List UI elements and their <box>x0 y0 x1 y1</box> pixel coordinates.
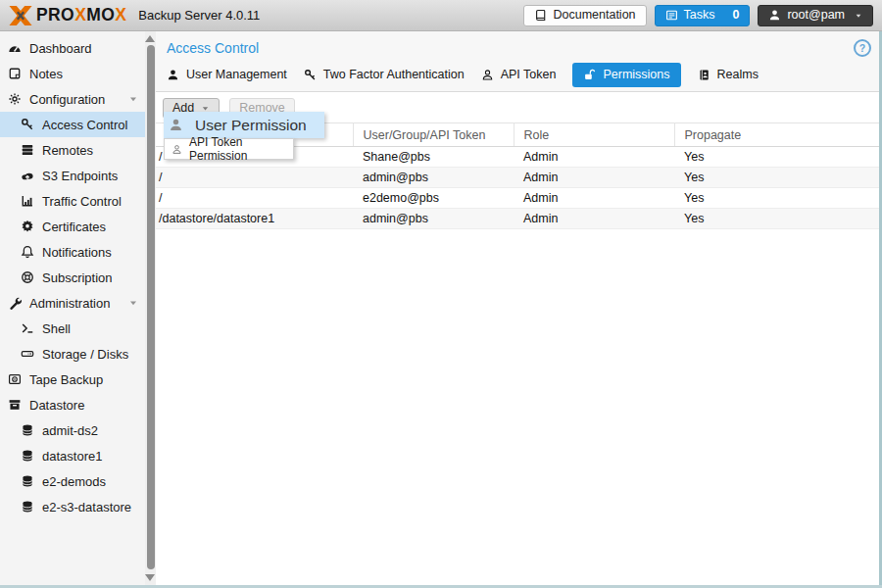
wordmark-segment: MO <box>86 7 115 24</box>
sidebar-item-configuration[interactable]: Configuration <box>0 86 145 112</box>
user-menu-button[interactable]: root@pam <box>758 5 873 26</box>
sidebar-item-admit-ds2[interactable]: admit-ds2 <box>0 417 145 443</box>
proxmox-logo-icon <box>9 6 32 25</box>
db-icon <box>21 474 34 488</box>
sidebar-item-s3-endpoints[interactable]: S3 Endpoints <box>0 163 145 188</box>
sidebar-item-storage-disks[interactable]: Storage / Disks <box>0 341 145 367</box>
sidebar-item-access-control[interactable]: Access Control <box>0 112 145 137</box>
tab-label: Two Factor Authentication <box>323 68 465 81</box>
bell-icon <box>21 245 34 259</box>
table-column-header-role[interactable]: Role <box>514 123 674 147</box>
sidebar-item-label: Administration <box>29 296 110 311</box>
sidebar-item-label: Certificates <box>42 220 106 234</box>
tab-label: API Token <box>501 68 557 81</box>
table-cell: Yes <box>674 188 879 209</box>
table-cell: / <box>156 168 353 188</box>
sidebar-item-datastore1[interactable]: datastore1 <box>0 443 145 468</box>
tab-user-management[interactable]: User Management <box>167 63 287 87</box>
user-out-icon <box>481 69 494 81</box>
box-icon <box>8 398 22 412</box>
sidebar-item-label: datastore1 <box>42 449 102 464</box>
tab-two-factor-authentication[interactable]: Two Factor Authentication <box>304 63 465 87</box>
scroll-down-icon[interactable] <box>145 574 155 581</box>
sidebar-item-notes[interactable]: Notes <box>0 61 145 86</box>
sidebar-item-e2-s3-datastore[interactable]: e2-s3-datastore <box>0 494 145 519</box>
sidebar-item-label: Tape Backup <box>29 372 103 387</box>
panel-header: Access Control ? User ManagementTwo Fact… <box>156 31 879 92</box>
table-cell: Admin <box>514 168 674 188</box>
ring-icon <box>21 270 34 284</box>
table-cell: e2demo@pbs <box>353 188 514 209</box>
table-column-header-propagate[interactable]: Propagate <box>674 123 879 147</box>
db-icon <box>21 449 34 463</box>
scroll-up-icon[interactable] <box>145 35 155 42</box>
sidebar-item-datastore[interactable]: Datastore <box>0 392 145 417</box>
product-version: Backup Server 4.0.11 <box>138 8 260 23</box>
user-menu-label: root@pam <box>787 9 845 22</box>
wordmark-segment: X <box>74 7 86 24</box>
cloud-icon <box>21 169 34 182</box>
tab-label: Realms <box>717 68 759 81</box>
lock-open-icon <box>583 69 596 81</box>
sidebar-item-label: Shell <box>42 321 71 336</box>
sidebar-item-remotes[interactable]: Remotes <box>0 137 145 163</box>
tasks-button[interactable]: Tasks 0 <box>655 5 751 26</box>
sidebar-item-label: e2-demods <box>42 474 106 489</box>
scrollbar-thumb[interactable] <box>147 45 155 569</box>
sidebar-scrollbar[interactable] <box>145 31 156 585</box>
table-cell: Admin <box>514 188 674 209</box>
sidebar-item-tape-backup[interactable]: Tape Backup <box>0 367 145 392</box>
app-window: PRO X MO X Backup Server 4.0.11 Document… <box>0 0 882 588</box>
key-icon <box>304 69 317 81</box>
sidebar-item-label: e2-s3-datastore <box>42 500 131 514</box>
tab-api-token[interactable]: API Token <box>481 63 557 87</box>
sidebar-item-administration[interactable]: Administration <box>0 290 145 316</box>
tasks-count-badge: 0 <box>733 9 740 22</box>
main-panel: Access Control ? User ManagementTwo Fact… <box>156 31 879 585</box>
add-dropdown-menu: User PermissionAPI Token Permission <box>164 112 324 160</box>
sidebar-item-traffic-control[interactable]: Traffic Control <box>0 188 145 214</box>
wordmark-segment: X <box>115 7 126 24</box>
sidebar-item-dashboard[interactable]: Dashboard <box>0 35 145 61</box>
tasks-label: Tasks <box>684 9 715 22</box>
table-cell: Yes <box>674 168 879 188</box>
tab-permissions[interactable]: Permissions <box>572 63 680 87</box>
sidebar-item-notifications[interactable]: Notifications <box>0 239 145 265</box>
sidebar-item-e2-demods[interactable]: e2-demods <box>0 468 145 494</box>
tab-bar: User ManagementTwo Factor Authentication… <box>167 62 759 87</box>
sidebar-item-label: S3 Endpoints <box>42 169 118 183</box>
gauge-icon <box>8 41 22 55</box>
menu-item-api-token-permission[interactable]: API Token Permission <box>164 138 294 160</box>
sidebar-item-label: Storage / Disks <box>42 347 128 362</box>
tape-icon <box>8 372 22 386</box>
table-cell: Shane@pbs <box>353 147 514 168</box>
sidebar-item-certificates[interactable]: Certificates <box>0 214 145 239</box>
table-row[interactable]: /e2demo@pbsAdminYes <box>156 188 879 209</box>
addrbook-icon <box>698 69 710 81</box>
wrench-icon <box>8 296 22 310</box>
wordmark-segment: PRO <box>36 7 74 24</box>
sidebar-item-label: Traffic Control <box>42 194 122 209</box>
proxmox-wordmark: PRO X MO X <box>36 7 126 24</box>
chevron-down-icon <box>855 12 862 20</box>
table-cell: Admin <box>514 147 674 168</box>
top-bar: PRO X MO X Backup Server 4.0.11 Document… <box>0 0 882 31</box>
sidebar: DashboardNotesConfigurationAccess Contro… <box>0 31 145 585</box>
user-fill-icon <box>167 69 179 81</box>
sidebar-item-subscription[interactable]: Subscription <box>0 265 145 290</box>
table-cell: Yes <box>674 147 879 168</box>
table-column-header-user-group-api-token[interactable]: User/Group/API Token <box>353 123 514 147</box>
sidebar-item-label: Access Control <box>42 118 127 132</box>
help-icon[interactable]: ? <box>854 39 871 57</box>
user-out-icon <box>172 144 182 155</box>
documentation-button[interactable]: Documentation <box>523 5 646 26</box>
server-icon <box>21 143 34 157</box>
table-row[interactable]: /datastore/datastore1admin@pbsAdminYes <box>156 209 879 229</box>
tab-realms[interactable]: Realms <box>698 63 759 87</box>
menu-item-user-permission[interactable]: User Permission <box>164 112 324 138</box>
table-cell: admin@pbs <box>353 168 514 188</box>
table-cell: / <box>156 188 353 209</box>
sidebar-item-shell[interactable]: Shell <box>0 316 145 341</box>
table-row[interactable]: /admin@pbsAdminYes <box>156 168 879 188</box>
table-cell: Admin <box>514 209 674 229</box>
